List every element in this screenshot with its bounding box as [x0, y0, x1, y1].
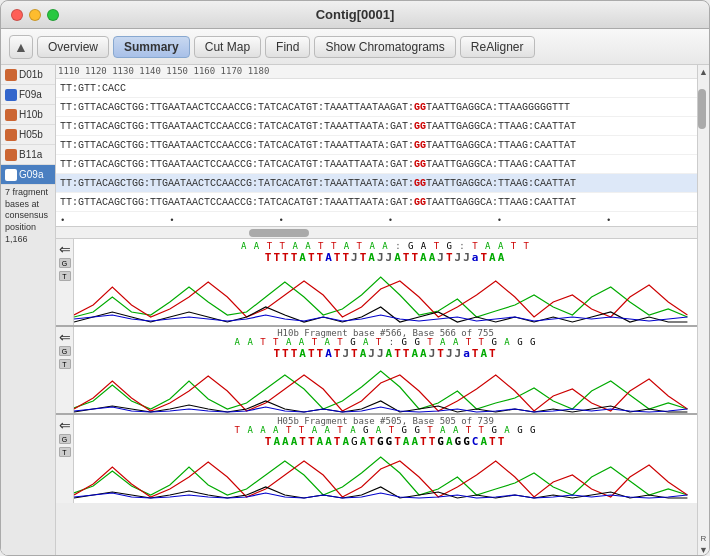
seq-text: TAATTGAGGCA:TTAAG:CAATTAT — [426, 178, 576, 189]
summary-tab[interactable]: Summary — [113, 36, 190, 58]
seq-row-F09a: TT:GTTACAGCTGG:TTGAATAACTCCAACCG:TATCACA… — [56, 98, 697, 117]
sample-icon — [5, 69, 17, 81]
seq-highlight: GG — [414, 102, 426, 113]
chroma-panel-1: ⇐ G T A A T T A A T T A T A A : G A T G … — [56, 239, 697, 327]
arrow-left-icon: ⇐ — [59, 243, 71, 255]
maximize-button[interactable] — [47, 9, 59, 21]
traffic-lights — [11, 9, 59, 21]
seq-row-B11a: TT:GTTACAGCTGG:TTGAATAACTCCAACCG:TATCACA… — [56, 155, 697, 174]
chromatogram-section: ⇐ G T A A T T A A T T A T A A : G A T G … — [56, 239, 697, 556]
sample-icon — [5, 129, 17, 141]
scroll-label: R — [701, 534, 707, 543]
arrow-left-icon-3: ⇐ — [59, 419, 71, 431]
seq-highlight: GG — [414, 121, 426, 132]
seq-text: TT:GTTACAGCTGG:TTGAATAACTCCAACCG:TATCACA… — [60, 178, 414, 189]
close-button[interactable] — [11, 9, 23, 21]
window-title: Contig[0001] — [316, 7, 395, 22]
scroll-thumb[interactable] — [698, 89, 706, 129]
sample-icon — [5, 169, 17, 181]
sample-icon — [5, 149, 17, 161]
chroma-bases-main-2: TTTATTATJTAJJATTAAJTJJaTAT — [74, 347, 697, 360]
chromatograms-tab[interactable]: Show Chromatograms — [314, 36, 455, 58]
ctrl-btn-1[interactable]: G — [59, 258, 71, 268]
sample-label: H05b — [19, 129, 43, 140]
sample-label: G09a — [19, 169, 43, 180]
ctrl-btn-2[interactable]: T — [59, 271, 71, 281]
seq-row-D01b: TT:GTT:CACC — [56, 79, 697, 98]
h-scroll-thumb[interactable] — [249, 229, 309, 237]
nav-up-button[interactable]: ▲ — [9, 35, 33, 59]
minimize-button[interactable] — [29, 9, 41, 21]
chroma-bases-main-3: TAAATTAATAGATGGTAATTGAGGCATT — [74, 435, 697, 448]
seq-highlight: GG — [414, 197, 426, 208]
seq-row-H05b: TT:GTTACAGCTGG:TTGAATAACTCCAACCG:TATCACA… — [56, 136, 697, 155]
sample-label: B11a — [19, 149, 42, 160]
sample-item-H10b[interactable]: H10b — [1, 105, 55, 125]
scroll-up-arrow[interactable]: ▲ — [699, 67, 708, 77]
sample-item-B11a[interactable]: B11a — [1, 145, 55, 165]
chroma-svg-1 — [74, 267, 697, 325]
seq-text: TT:GTTACAGCTGG:TTGAATAACTCCAACCG:TATCACA… — [60, 197, 414, 208]
overview-tab[interactable]: Overview — [37, 36, 109, 58]
scroll-down-arrow[interactable]: ▼ — [699, 545, 708, 555]
sample-label: D01b — [19, 69, 43, 80]
sample-icon — [5, 109, 17, 121]
chroma-controls-1: ⇐ G T — [56, 239, 74, 325]
chroma-bases-main-1: TTTTATTATTJTAJJATTAAJTJJaTAA — [74, 251, 697, 264]
chroma-controls-3: ⇐ G T — [56, 415, 74, 503]
ctrl-btn-6[interactable]: T — [59, 447, 71, 457]
sample-list: D01b F09a H10b H05b B11a G09a 7 fragment… — [1, 65, 56, 556]
seq-highlight: GG — [414, 140, 426, 151]
sequence-section: 1110 1120 1130 1140 1150 1160 1170 1180 … — [56, 65, 697, 239]
titlebar: Contig[0001] — [1, 1, 709, 29]
chroma-content-3: H05b Fragment base #505, Base 505 of 739… — [74, 415, 697, 503]
sample-item-D01b[interactable]: D01b — [1, 65, 55, 85]
seq-row-G09a: TT:GTTACAGCTGG:TTGAATAACTCCAACCG:TATCACA… — [56, 174, 697, 193]
chroma-controls-2: ⇐ G T — [56, 327, 74, 413]
chroma-panel-3: ⇐ G T H05b Fragment base #505, Base 505 … — [56, 415, 697, 503]
seq-text: TAATTGAGGCA:TTAAG:CAATTAT — [426, 159, 576, 170]
seq-row-consensus: TT:GTTACAGCTGG:TTGAATAACTCCAACCG:TATCACA… — [56, 193, 697, 212]
chroma-svg-3 — [74, 451, 697, 501]
v-scrollbar[interactable]: ▲ R ▼ — [697, 65, 709, 556]
sample-label: H10b — [19, 109, 43, 120]
ctrl-btn-5[interactable]: G — [59, 434, 71, 444]
h-scrollbar[interactable] — [56, 226, 697, 238]
seq-text: TT:GTTACAGCTGG:TTGAATAACTCCAACCG:TATCACA… — [60, 121, 414, 132]
realigner-tab[interactable]: ReAligner — [460, 36, 535, 58]
sample-icon — [5, 89, 17, 101]
sequence-rows: TT:GTT:CACC TT:GTTACAGCTGG:TTGAATAACTCCA… — [56, 79, 697, 226]
seq-row-H10b: TT:GTTACAGCTGG:TTGAATAACTCCAACCG:TATCACA… — [56, 117, 697, 136]
chroma-bases-top-3: T A A A T T A A T A G A T G G T A A T T … — [74, 425, 697, 435]
chroma-content-1: A A T T A A T T A T A A : G A T G : T A … — [74, 239, 697, 325]
sample-item-G09a[interactable]: G09a — [1, 165, 55, 185]
seq-text: TT:GTTACAGCTGG:TTGAATAACTCCAACCG:TATCACA… — [60, 140, 414, 151]
seq-highlight: GG — [414, 159, 426, 170]
sample-label: F09a — [19, 89, 42, 100]
seq-text: TAATTGAGGCA:TTAAG:CAATTAT — [426, 197, 576, 208]
seq-text: TT:GTTACAGCTGG:TTGAATAACTCCAACCG:TATCACA… — [60, 159, 414, 170]
seq-text: TT:GTT:CACC — [60, 83, 126, 94]
ctrl-btn-4[interactable]: T — [59, 359, 71, 369]
toolbar: ▲ Overview Summary Cut Map Find Show Chr… — [1, 29, 709, 65]
dots-row: • • • • • • • • •••••••••• — [56, 212, 697, 226]
main-content: D01b F09a H10b H05b B11a G09a 7 fragment… — [1, 65, 709, 556]
chroma-bases-top-1: A A T T A A T T A T A A : G A T G : T A … — [74, 241, 697, 251]
dots-text: • • • • • • • • •••••••••• — [60, 216, 697, 226]
cutmap-tab[interactable]: Cut Map — [194, 36, 261, 58]
seq-highlight: GG — [414, 178, 426, 189]
ctrl-btn-3[interactable]: G — [59, 346, 71, 356]
find-tab[interactable]: Find — [265, 36, 310, 58]
sample-item-F09a[interactable]: F09a — [1, 85, 55, 105]
chroma-content-2: H10b Fragment base #566, Base 566 of 755… — [74, 327, 697, 413]
seq-text: TAATTGAGGCA:TTAAGGGGGTTT — [426, 102, 570, 113]
seq-text: TT:GTTACAGCTGG:TTGAATAACTCCAACCG:TATCACA… — [60, 102, 414, 113]
sample-item-H05b[interactable]: H05b — [1, 125, 55, 145]
sequence-ruler: 1110 1120 1130 1140 1150 1160 1170 1180 — [56, 65, 697, 79]
arrow-left-icon-2: ⇐ — [59, 331, 71, 343]
sample-note: 7 fragment bases at consensus position 1… — [1, 185, 55, 556]
seq-text: TAATTGAGGCA:TTAAG:CAATTAT — [426, 140, 576, 151]
sequence-chroma-area: 1110 1120 1130 1140 1150 1160 1170 1180 … — [56, 65, 697, 556]
chroma-svg-2 — [74, 363, 697, 413]
seq-text: TAATTGAGGCA:TTAAG:CAATTAT — [426, 121, 576, 132]
